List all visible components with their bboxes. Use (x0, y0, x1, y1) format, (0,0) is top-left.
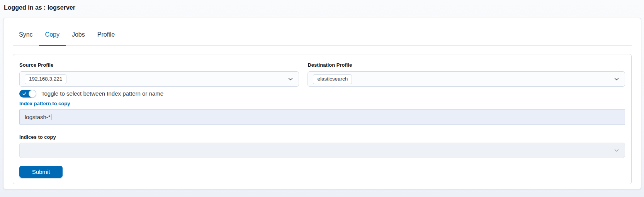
copy-form-panel: Source Profile 192.168.3.221 Destination… (13, 54, 632, 184)
chevron-down-icon (287, 76, 294, 82)
destination-profile-label: Destination Profile (308, 62, 625, 68)
tab-profile[interactable]: Profile (91, 30, 121, 45)
main-card: SyncCopyJobsProfile Source Profile 192.1… (3, 18, 641, 189)
text-caret (51, 114, 52, 120)
destination-profile-select[interactable]: elasticsearch (308, 71, 625, 87)
source-profile-label: Source Profile (19, 62, 299, 68)
tab-bar: SyncCopyJobsProfile (13, 18, 632, 46)
source-profile-select[interactable]: 192.168.3.221 (19, 71, 299, 87)
index-pattern-input[interactable]: logstash-* (19, 109, 625, 125)
tab-sync[interactable]: Sync (13, 30, 39, 45)
submit-button[interactable]: Submit (19, 166, 63, 178)
indices-to-copy-select (19, 143, 625, 158)
toggle-thumb[interactable] (29, 90, 36, 98)
chevron-down-icon (613, 147, 620, 153)
tab-copy[interactable]: Copy (39, 30, 66, 45)
toggle-label: Toggle to select between Index pattern o… (41, 90, 163, 98)
index-pattern-value: logstash-* (25, 114, 51, 120)
profiles-row: Source Profile 192.168.3.221 Destination… (19, 62, 625, 87)
logged-in-status: Logged in as : logserver (0, 0, 644, 12)
index-mode-toggle-row: Toggle to select between Index pattern o… (19, 90, 625, 98)
index-mode-toggle[interactable] (19, 90, 36, 98)
source-profile-value-chip[interactable]: 192.168.3.221 (25, 74, 66, 84)
destination-profile-value-chip[interactable]: elasticsearch (313, 74, 352, 84)
indices-to-copy-label: Indices to copy (19, 134, 625, 140)
source-profile-group: Source Profile 192.168.3.221 (19, 62, 299, 87)
chevron-down-icon (613, 76, 620, 82)
destination-profile-group: Destination Profile elasticsearch (308, 62, 625, 87)
check-icon (22, 91, 27, 96)
index-pattern-label: Index pattern to copy (19, 101, 625, 107)
tab-jobs[interactable]: Jobs (66, 30, 91, 45)
